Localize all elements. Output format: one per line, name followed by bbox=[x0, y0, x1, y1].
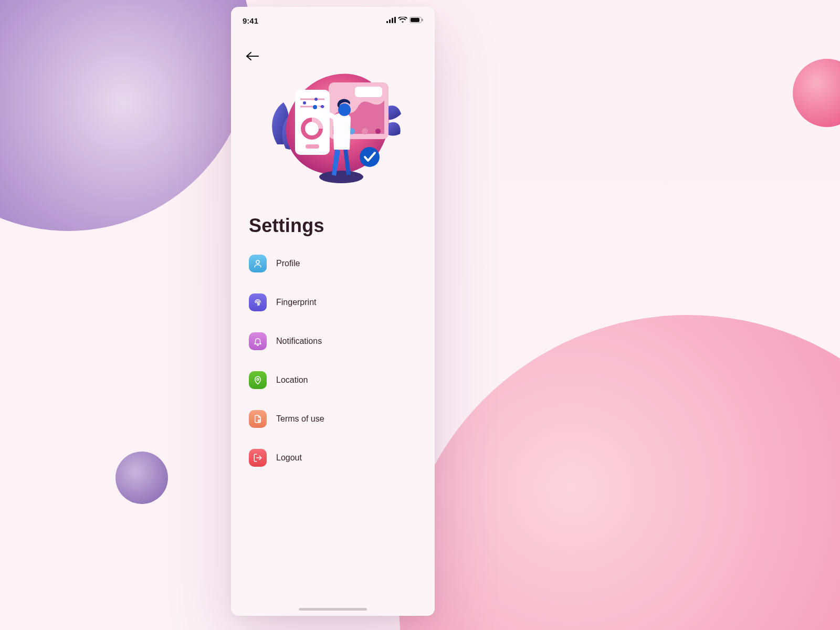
battery-icon bbox=[410, 16, 423, 25]
svg-point-25 bbox=[360, 147, 380, 167]
phone-frame: 9:41 bbox=[231, 7, 435, 616]
svg-rect-6 bbox=[422, 19, 423, 22]
menu-label: Location bbox=[276, 375, 308, 385]
status-indicators bbox=[386, 16, 423, 25]
wifi-icon bbox=[398, 16, 407, 25]
svg-rect-0 bbox=[386, 21, 388, 23]
hero-illustration bbox=[231, 55, 435, 202]
svg-rect-21 bbox=[306, 144, 319, 149]
bg-blob-right bbox=[793, 59, 840, 127]
svg-point-13 bbox=[375, 129, 381, 134]
home-indicator bbox=[299, 608, 367, 611]
status-time: 9:41 bbox=[243, 16, 258, 25]
svg-point-19 bbox=[321, 105, 324, 108]
status-bar: 9:41 bbox=[231, 7, 435, 29]
svg-point-12 bbox=[362, 128, 368, 134]
svg-rect-1 bbox=[389, 19, 391, 23]
svg-point-24 bbox=[338, 103, 351, 116]
menu-item-fingerprint[interactable]: Fingerprint bbox=[231, 283, 435, 322]
svg-point-22 bbox=[319, 171, 363, 183]
svg-point-27 bbox=[257, 379, 259, 381]
svg-point-26 bbox=[256, 260, 259, 264]
svg-rect-3 bbox=[394, 17, 396, 23]
logout-icon bbox=[249, 449, 267, 467]
bg-blob-mid-left bbox=[116, 452, 168, 504]
menu-item-logout[interactable]: Logout bbox=[231, 438, 435, 477]
menu-label: Logout bbox=[276, 453, 302, 463]
menu-label: Notifications bbox=[276, 337, 322, 346]
bg-blob-top-left bbox=[0, 0, 252, 231]
svg-rect-9 bbox=[355, 87, 382, 97]
fingerprint-icon bbox=[249, 293, 267, 311]
svg-rect-2 bbox=[392, 18, 393, 23]
menu-item-profile[interactable]: Profile bbox=[231, 244, 435, 283]
menu-label: Profile bbox=[276, 259, 300, 268]
svg-rect-5 bbox=[411, 18, 419, 22]
location-icon bbox=[249, 371, 267, 389]
document-icon bbox=[249, 410, 267, 428]
bg-blob-bottom-right bbox=[399, 315, 840, 630]
menu-item-location[interactable]: Location bbox=[231, 361, 435, 400]
cellular-icon bbox=[386, 16, 396, 25]
svg-point-17 bbox=[303, 101, 306, 104]
page-title: Settings bbox=[249, 215, 435, 237]
menu-item-terms[interactable]: Terms of use bbox=[231, 400, 435, 438]
menu-item-notifications[interactable]: Notifications bbox=[231, 322, 435, 361]
menu-label: Fingerprint bbox=[276, 298, 316, 307]
svg-point-23 bbox=[313, 105, 317, 109]
svg-point-18 bbox=[314, 98, 318, 101]
menu-label: Terms of use bbox=[276, 414, 324, 424]
settings-menu: Profile Fingerprint Notifications Locati… bbox=[231, 244, 435, 477]
bell-icon bbox=[249, 332, 267, 350]
user-icon bbox=[249, 255, 267, 272]
